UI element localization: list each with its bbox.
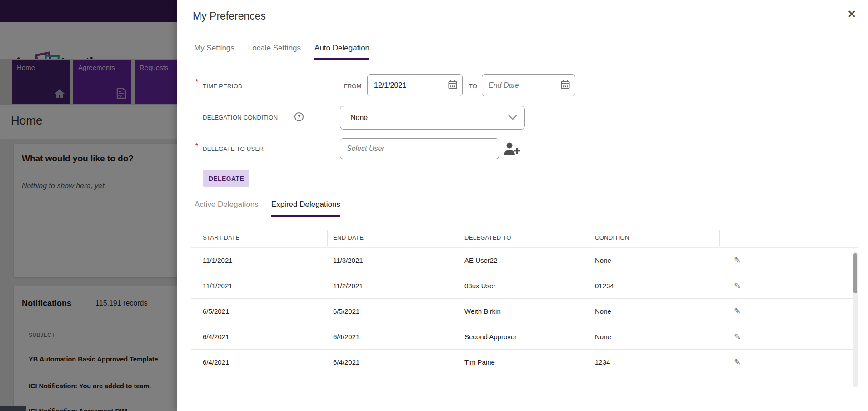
cell-end-date: 6/4/2021 <box>333 350 359 375</box>
table-header-row: START DATE END DATE DELEGATED TO CONDITI… <box>191 230 858 248</box>
select-user-input[interactable] <box>340 139 499 159</box>
preferences-tabs: My Settings Locale Settings Auto Delegat… <box>194 44 369 60</box>
edit-pencil-icon[interactable]: ✎ <box>734 273 741 299</box>
required-asterisk: * <box>195 141 198 149</box>
cell-condition: 1234 <box>595 350 610 375</box>
cell-end-date: 11/2/2021 <box>333 273 363 299</box>
tab-expired-delegations[interactable]: Expired Delegations <box>271 200 340 217</box>
delegation-condition-label: DELEGATION CONDITION <box>203 114 278 121</box>
cell-condition: None <box>595 324 611 350</box>
table-row: 11/1/2021 11/3/2021 AE User22 None ✎ <box>191 248 858 273</box>
delegations-subtabs: Active Delegations Expired Delegations <box>195 200 340 217</box>
cell-delegated-to: Second Approver <box>464 324 517 350</box>
table-row: 6/4/2021 6/4/2021 Tim Paine 1234 ✎ <box>191 350 858 375</box>
column-divider <box>458 230 458 246</box>
cell-start-date: 6/5/2021 <box>203 299 229 324</box>
table-scrollbar-track[interactable] <box>853 252 858 387</box>
col-header-start-date: START DATE <box>203 234 240 241</box>
table-row: 6/4/2021 6/4/2021 Second Approver None ✎ <box>191 324 858 350</box>
add-user-icon[interactable] <box>503 140 521 159</box>
cell-start-date: 6/4/2021 <box>203 350 229 375</box>
to-date-field <box>482 74 575 96</box>
cell-condition: 01234 <box>595 273 614 299</box>
tab-auto-delegation[interactable]: Auto Delegation <box>314 44 369 60</box>
cell-delegated-to: Tim Paine <box>464 350 495 375</box>
delegate-to-user-label: DELEGATE TO USER <box>203 145 264 152</box>
delegation-condition-value: None <box>350 114 368 122</box>
delegation-condition-select[interactable]: None <box>340 106 525 130</box>
cell-end-date: 11/3/2021 <box>333 248 363 273</box>
cell-condition: None <box>595 248 611 273</box>
column-divider <box>589 230 589 246</box>
tab-locale-settings[interactable]: Locale Settings <box>248 44 301 60</box>
calendar-icon[interactable] <box>561 80 570 91</box>
table-row: 11/1/2021 11/2/2021 03ux User 01234 ✎ <box>191 273 858 299</box>
cell-delegated-to: 03ux User <box>464 273 495 299</box>
cell-start-date: 11/1/2021 <box>203 273 233 299</box>
from-label: FROM <box>344 83 361 90</box>
required-asterisk: * <box>195 77 198 85</box>
cell-condition: None <box>595 299 611 324</box>
delegate-user-field <box>340 138 499 159</box>
cell-start-date: 11/1/2021 <box>203 248 233 273</box>
expired-delegations-table: START DATE END DATE DELEGATED TO CONDITI… <box>191 230 858 375</box>
edit-pencil-icon[interactable]: ✎ <box>734 324 741 350</box>
col-header-condition: CONDITION <box>595 234 629 241</box>
time-period-label: TIME PERIOD <box>203 83 243 90</box>
to-label: TO <box>469 83 477 90</box>
cell-delegated-to: Weith Birkin <box>464 299 501 324</box>
cell-start-date: 6/4/2021 <box>203 324 229 350</box>
column-divider <box>327 230 328 246</box>
help-icon[interactable]: ? <box>294 112 304 121</box>
modal-title: My Preferences <box>193 10 266 22</box>
col-header-end-date: END DATE <box>333 234 364 241</box>
delegate-button[interactable]: DELEGATE <box>203 170 249 187</box>
table-scrollbar-thumb[interactable] <box>853 253 857 293</box>
col-header-delegated-to: DELEGATED TO <box>464 234 511 241</box>
edit-pencil-icon[interactable]: ✎ <box>734 350 741 375</box>
chevron-down-icon <box>508 114 517 122</box>
screen: Icertis Home Agreements Requests Home <box>0 0 868 411</box>
column-divider <box>719 230 720 246</box>
tab-active-delegations[interactable]: Active Delegations <box>195 200 259 217</box>
calendar-icon[interactable] <box>448 80 457 91</box>
cell-end-date: 6/4/2021 <box>333 324 359 350</box>
close-icon[interactable]: ✕ <box>848 9 856 20</box>
my-preferences-modal: My Preferences ✕ My Settings Locale Sett… <box>177 0 868 411</box>
table-row: 6/5/2021 6/5/2021 Weith Birkin None ✎ <box>191 299 858 324</box>
edit-pencil-icon[interactable]: ✎ <box>734 299 741 324</box>
tab-my-settings[interactable]: My Settings <box>194 44 234 60</box>
subtabs-divider <box>191 218 858 218</box>
from-date-field <box>367 74 463 96</box>
edit-pencil-icon[interactable]: ✎ <box>734 248 741 273</box>
cell-delegated-to: AE User22 <box>464 248 498 273</box>
cell-end-date: 6/5/2021 <box>333 299 359 324</box>
